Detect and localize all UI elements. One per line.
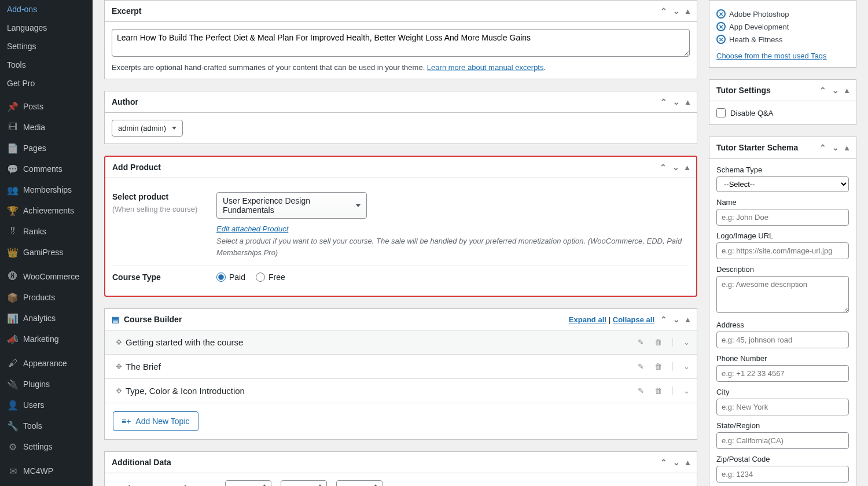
sidebar-item-posts[interactable]: 📌Posts xyxy=(0,96,93,117)
caret-up-icon[interactable]: ▴ xyxy=(845,143,849,152)
chevron-up-icon[interactable]: ⌃ xyxy=(660,97,667,106)
chevron-down-icon[interactable]: ⌄ xyxy=(832,143,839,152)
chevron-up-icon[interactable]: ⌃ xyxy=(819,143,826,152)
sidebar-item-tutor-starter[interactable]: 🐱Tutor Starter xyxy=(0,481,93,486)
sidebar-icon: 📣 xyxy=(7,333,19,345)
chevron-down-icon[interactable]: ⌄ xyxy=(673,6,680,16)
topic-row: ✥The Brief✎🗑⌄ xyxy=(105,355,697,379)
sidebar-item-settings[interactable]: ⚙Settings xyxy=(0,436,93,457)
schema-logo-image-url-input[interactable] xyxy=(716,242,849,259)
caret-up-icon[interactable]: ▴ xyxy=(685,163,689,172)
sidebar-item-languages[interactable]: Languages xyxy=(0,19,93,37)
sidebar-item-marketing[interactable]: 📣Marketing xyxy=(0,329,93,349)
schema-logo-image-url-label: Logo/Image URL xyxy=(716,231,849,240)
sidebar-item-ranks[interactable]: 🎖Ranks xyxy=(0,221,93,242)
sidebar-item-products[interactable]: 📦Products xyxy=(0,287,93,308)
trash-icon[interactable]: 🗑 xyxy=(654,338,662,347)
sidebar-item-pages[interactable]: 📄Pages xyxy=(0,138,93,159)
schema-name-input[interactable] xyxy=(716,209,849,226)
edit-icon[interactable]: ✎ xyxy=(638,362,644,371)
schema-type-label: Schema Type xyxy=(716,165,849,174)
caret-up-icon[interactable]: ▴ xyxy=(686,6,690,16)
sidebar-item-tools[interactable]: Tools xyxy=(0,56,93,74)
sidebar-item-tools[interactable]: 🔧Tools xyxy=(0,415,93,436)
sidebar-item-woocommerce[interactable]: 🅦WooCommerce xyxy=(0,266,93,287)
edit-product-link[interactable]: Edit attached Product xyxy=(216,224,288,233)
drag-handle-icon[interactable]: ✥ xyxy=(112,362,126,371)
sidebar-item-mc4wp[interactable]: ✉MC4WP xyxy=(0,461,93,481)
caret-up-icon[interactable]: ▴ xyxy=(686,458,690,467)
sidebar-item-plugins[interactable]: 🔌Plugins xyxy=(0,374,93,395)
sidebar-item-achievements[interactable]: 🏆Achievements xyxy=(0,200,93,221)
sidebar-item-analytics[interactable]: 📊Analytics xyxy=(0,308,93,329)
manual-excerpts-link[interactable]: Learn more about manual excerpts xyxy=(427,63,544,72)
sidebar-item-appearance[interactable]: 🖌Appearance xyxy=(0,353,93,374)
topic-label: Getting started with the course xyxy=(126,337,638,347)
sidebar-item-settings[interactable]: Settings xyxy=(0,37,93,56)
caret-up-icon[interactable]: ▴ xyxy=(845,86,849,95)
select-product-sublabel: (When selling the course) xyxy=(112,205,216,213)
duration-minutes[interactable]: 30 xyxy=(281,480,327,486)
disable-qa-checkbox[interactable]: Disable Q&A xyxy=(716,108,849,117)
choose-tags-link[interactable]: Choose from the most used Tags xyxy=(716,51,827,60)
expand-all-link[interactable]: Expand all xyxy=(569,315,606,324)
collapse-all-link[interactable]: Collapse all xyxy=(613,315,654,324)
schema-address-input[interactable] xyxy=(716,332,849,348)
chevron-down-icon[interactable]: ⌄ xyxy=(673,315,680,324)
sidebar-icon: 🔧 xyxy=(7,420,19,432)
chevron-up-icon[interactable]: ⌃ xyxy=(819,86,826,95)
add-topic-button[interactable]: ≡+Add New Topic xyxy=(113,411,198,431)
sidebar-icon: ⚙ xyxy=(7,441,19,452)
drag-handle-icon[interactable]: ✥ xyxy=(112,386,126,395)
drag-handle-icon[interactable]: ✥ xyxy=(112,338,126,347)
tutor-settings-panel: Tutor Settings ⌃⌄▴ Disable Q&A xyxy=(709,79,856,125)
schema-type-select[interactable]: --Select-- xyxy=(716,176,849,192)
schema-city-label: City xyxy=(716,388,849,396)
sidebar-item-add-ons[interactable]: Add-ons xyxy=(0,0,93,19)
chevron-down-icon[interactable]: ⌄ xyxy=(672,362,690,371)
sidebar-item-gamipress[interactable]: 👑GamiPress xyxy=(0,242,93,263)
remove-tag-icon[interactable]: ✕ xyxy=(716,9,726,19)
chevron-up-icon[interactable]: ⌃ xyxy=(660,6,667,16)
chevron-down-icon[interactable]: ⌄ xyxy=(672,338,690,347)
chevron-up-icon[interactable]: ⌃ xyxy=(660,163,667,172)
schema-state-region-input[interactable] xyxy=(716,432,849,449)
product-description: Select a product if you want to sell you… xyxy=(216,235,689,258)
chevron-down-icon[interactable]: ⌄ xyxy=(672,163,679,172)
remove-tag-icon[interactable]: ✕ xyxy=(716,35,726,44)
edit-icon[interactable]: ✎ xyxy=(638,386,644,395)
remove-tag-icon[interactable]: ✕ xyxy=(716,22,726,31)
sidebar-item-memberships[interactable]: 👥Memberships xyxy=(0,179,93,200)
course-type-free[interactable]: Free xyxy=(256,273,285,282)
author-select[interactable]: admin (admin) xyxy=(112,120,183,137)
excerpt-textarea[interactable]: Learn How To Build The Perfect Diet & Me… xyxy=(112,29,690,57)
sidebar-item-media[interactable]: 🎞Media xyxy=(0,117,93,138)
chevron-up-icon[interactable]: ⌃ xyxy=(660,315,667,324)
trash-icon[interactable]: 🗑 xyxy=(654,386,662,395)
sidebar-item-comments[interactable]: 💬Comments xyxy=(0,159,93,179)
edit-icon[interactable]: ✎ xyxy=(638,338,644,347)
schema-zip-postal-code-input[interactable] xyxy=(716,466,849,483)
schema-phone-number-input[interactable] xyxy=(716,365,849,382)
course-type-paid[interactable]: Paid xyxy=(216,273,245,282)
sidebar-item-get-pro[interactable]: Get Pro xyxy=(0,74,93,93)
chevron-down-icon[interactable]: ⌄ xyxy=(673,97,680,106)
duration-hours[interactable]: 04 xyxy=(225,480,271,486)
excerpt-panel: Excerpt ⌃ ⌄ ▴ Learn How To Build The Per… xyxy=(104,0,697,79)
schema-description-input[interactable] xyxy=(716,276,849,313)
duration-seconds[interactable]: 15 xyxy=(336,480,382,486)
trash-icon[interactable]: 🗑 xyxy=(654,362,662,371)
plus-lines-icon: ≡+ xyxy=(122,417,131,426)
course-builder-title: ▤Course Builder xyxy=(112,315,569,324)
chevron-down-icon[interactable]: ⌄ xyxy=(832,86,839,95)
caret-up-icon[interactable]: ▴ xyxy=(686,315,690,324)
chevron-down-icon[interactable]: ⌄ xyxy=(672,386,690,395)
schema-panel: Tutor Starter Schema ⌃⌄▴ Schema Type--Se… xyxy=(709,137,856,486)
sidebar-icon: 🏆 xyxy=(7,205,19,216)
chevron-down-icon[interactable]: ⌄ xyxy=(673,458,680,467)
chevron-up-icon[interactable]: ⌃ xyxy=(660,458,667,467)
schema-city-input[interactable] xyxy=(716,399,849,415)
caret-up-icon[interactable]: ▴ xyxy=(686,97,690,106)
sidebar-item-users[interactable]: 👤Users xyxy=(0,395,93,415)
product-select[interactable]: User Experience Design Fundamentals xyxy=(216,192,367,219)
